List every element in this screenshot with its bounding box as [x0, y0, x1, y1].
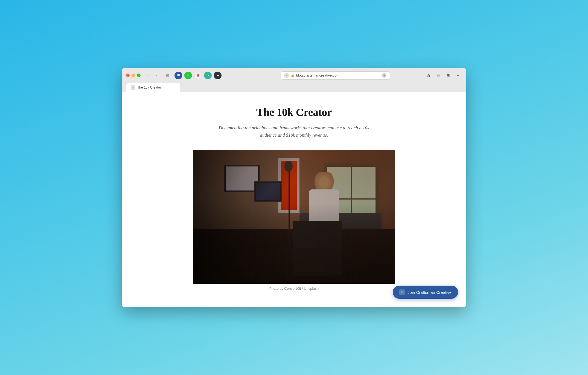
window-icon: ⊡: [166, 73, 169, 77]
tab-favicon: ✦: [131, 85, 135, 90]
maximize-button[interactable]: [137, 74, 141, 77]
share-button[interactable]: ⎋: [435, 72, 442, 79]
address-bar-row: ✕ 🔒 blog.craftsmancreative.co ✕: [225, 71, 421, 80]
nav-buttons: ‹ ›: [144, 72, 160, 78]
new-tab-button[interactable]: +: [454, 72, 462, 79]
plus-icon: +: [457, 73, 459, 78]
window-button[interactable]: ⊡: [164, 72, 171, 78]
browser-top-bar: ‹ › ⊡ ⊞ ✓ ◉: [126, 71, 462, 82]
extension-icons: ⊞ ✓ ◉ T+ ▶: [174, 72, 222, 79]
active-tab[interactable]: ✦ The 10k Creator: [126, 83, 181, 92]
page-subtitle: Documenting the principles and framework…: [217, 124, 371, 139]
image-caption: Photo by ConvertKit / Unsplash: [193, 286, 395, 291]
forward-button[interactable]: ›: [153, 72, 160, 78]
email-icon: ✉: [399, 289, 405, 295]
toolbar-right: ◑ ⎋ ⊞ +: [425, 72, 462, 79]
hero-image: [193, 150, 395, 284]
address-close-button[interactable]: ✕: [284, 73, 289, 78]
join-button-label: Join Craftsman Creative: [407, 290, 452, 295]
tab-bar: ✦ The 10k Creator: [126, 82, 462, 92]
address-bar[interactable]: ✕ 🔒 blog.craftsmancreative.co ✕: [281, 71, 390, 80]
extension-teal-icon[interactable]: T+: [204, 72, 212, 79]
extension-grid-icon[interactable]: ⊞: [174, 72, 182, 79]
close-button[interactable]: [126, 74, 130, 77]
browser-window: ‹ › ⊡ ⊞ ✓ ◉: [122, 68, 466, 307]
halfmoon-icon: ◑: [427, 73, 430, 78]
address-clear-icon[interactable]: ✕: [382, 73, 386, 78]
minimize-button[interactable]: [132, 74, 135, 77]
back-icon: ‹: [147, 73, 148, 77]
extension-red-icon[interactable]: ◉: [194, 72, 202, 79]
forward-icon: ›: [156, 73, 157, 77]
join-craftsman-button[interactable]: ✉ Join Craftsman Creative: [393, 286, 458, 299]
page-content: The 10k Creator Documenting the principl…: [122, 92, 466, 307]
extension-dark-icon[interactable]: ▶: [214, 72, 222, 79]
page-title: The 10k Creator: [127, 106, 461, 119]
back-button[interactable]: ‹: [144, 72, 152, 78]
traffic-lights: [126, 74, 141, 77]
browser-chrome: ‹ › ⊡ ⊞ ✓ ◉: [122, 68, 466, 92]
tab-title-text: The 10k Creator: [137, 86, 176, 89]
hero-image-container: Photo by ConvertKit / Unsplash: [193, 150, 395, 291]
photo-scene: [193, 150, 395, 284]
page-header: The 10k Creator Documenting the principl…: [127, 106, 461, 139]
half-moon-button[interactable]: ◑: [425, 72, 432, 79]
studio-overlay: [193, 150, 395, 284]
grid-view-button[interactable]: ⊞: [444, 72, 452, 79]
url-text: blog.craftsmancreative.co: [296, 73, 380, 77]
share-icon: ⎋: [437, 73, 439, 78]
close-icon: ✕: [286, 74, 288, 77]
lock-icon: 🔒: [291, 74, 295, 77]
extension-green-icon[interactable]: ✓: [184, 72, 192, 79]
grid-view-icon: ⊞: [447, 73, 450, 78]
